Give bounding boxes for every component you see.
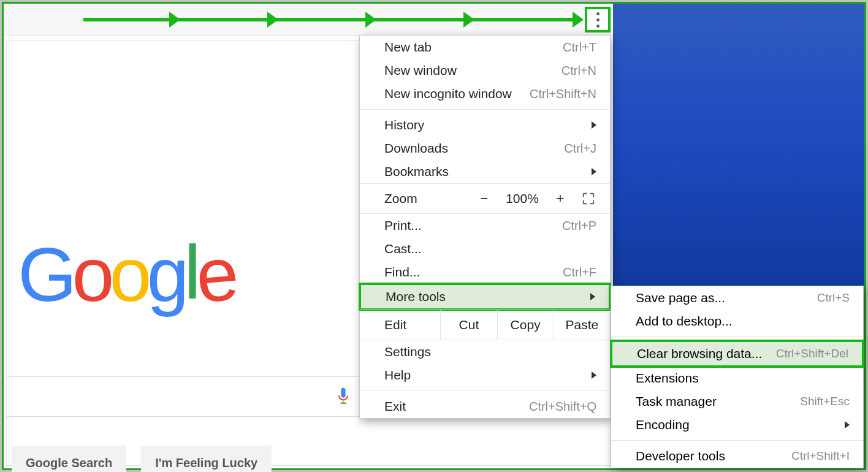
menu-separator [611, 440, 863, 441]
annotation-arrow [83, 18, 576, 21]
menu-bookmarks[interactable]: Bookmarks [360, 160, 610, 183]
menu-item-label: Cast... [384, 242, 422, 256]
menu-item-label: More tools [386, 289, 446, 304]
submenu-caret-icon [592, 168, 596, 175]
menu-zoom-row: Zoom − 100% + [360, 183, 610, 214]
submenu-caret-icon [592, 371, 596, 379]
menu-item-label: Add to desktop... [636, 314, 733, 329]
menu-item-label: Settings [384, 344, 431, 359]
menu-item-shortcut: Ctrl+N [562, 64, 596, 78]
browser-toolbar [4, 4, 613, 36]
kebab-dot-icon [596, 12, 600, 15]
svg-rect-0 [341, 388, 345, 398]
google-search-button[interactable]: Google Search [12, 446, 126, 472]
edit-paste-button[interactable]: Paste [554, 310, 610, 340]
menu-new-window[interactable]: New window Ctrl+N [360, 59, 610, 82]
submenu-save-page[interactable]: Save page as... Ctrl+S [611, 286, 863, 310]
edit-copy-button[interactable]: Copy [497, 310, 554, 340]
menu-more-tools[interactable]: More tools [359, 283, 611, 311]
menu-help[interactable]: Help [360, 364, 610, 387]
menu-separator [611, 337, 863, 337]
menu-item-label: Save page as... [636, 291, 725, 305]
menu-item-label: Extensions [636, 371, 699, 386]
arrow-head-icon [365, 12, 376, 28]
kebab-dot-icon [596, 18, 600, 21]
menu-history[interactable]: History [360, 113, 610, 137]
menu-item-label: Clear browsing data... [637, 346, 762, 361]
submenu-caret-icon [590, 293, 595, 300]
zoom-out-button[interactable]: − [470, 191, 498, 207]
menu-settings[interactable]: Settings [360, 340, 610, 364]
submenu-encoding[interactable]: Encoding [611, 413, 863, 436]
chrome-main-menu: New tab Ctrl+T New window Ctrl+N New inc… [359, 35, 611, 419]
menu-item-label: New incognito window [384, 86, 512, 101]
zoom-in-button[interactable]: + [546, 191, 574, 207]
fullscreen-icon [582, 192, 595, 205]
google-logo: Google [18, 231, 234, 318]
menu-item-shortcut: Ctrl+Shift+Del [776, 347, 848, 360]
menu-item-shortcut: Ctrl+Shift+N [530, 87, 596, 101]
edit-cut-button[interactable]: Cut [440, 310, 497, 340]
fullscreen-button[interactable] [574, 192, 603, 205]
menu-new-incognito[interactable]: New incognito window Ctrl+Shift+N [360, 82, 610, 105]
menu-print[interactable]: Print... Ctrl+P [360, 214, 610, 237]
menu-item-label: Help [384, 368, 411, 383]
submenu-task-manager[interactable]: Task manager Shift+Esc [611, 390, 863, 413]
submenu-caret-icon [592, 121, 596, 129]
submenu-caret-icon [845, 421, 850, 428]
menu-item-label: Developer tools [636, 449, 725, 463]
tutorial-frame: Google Google Search I'm Feeling Lucky [2, 2, 866, 470]
search-box[interactable] [7, 376, 359, 417]
menu-item-shortcut: Ctrl+F [563, 265, 596, 280]
menu-item-shortcut: Ctrl+S [817, 291, 850, 305]
menu-item-label: Bookmarks [384, 164, 449, 179]
menu-item-shortcut: Ctrl+P [562, 219, 596, 233]
menu-new-tab[interactable]: New tab Ctrl+T [360, 36, 610, 59]
menu-exit[interactable]: Exit Ctrl+Shift+Q [360, 395, 610, 418]
menu-cast[interactable]: Cast... [360, 237, 610, 261]
menu-item-shortcut: Ctrl+T [563, 40, 596, 55]
more-tools-submenu: Save page as... Ctrl+S Add to desktop...… [611, 286, 864, 468]
search-input[interactable] [15, 377, 330, 416]
arrow-head-icon [169, 12, 180, 28]
voice-search-icon[interactable] [337, 387, 350, 406]
feeling-lucky-button[interactable]: I'm Feeling Lucky [141, 446, 272, 472]
edit-label: Edit [360, 310, 440, 340]
menu-item-label: New tab [384, 40, 432, 55]
menu-item-label: Encoding [636, 417, 690, 432]
menu-item-shortcut: Shift+Esc [800, 395, 850, 408]
zoom-value: 100% [498, 191, 546, 206]
menu-item-shortcut: Ctrl+J [564, 142, 596, 156]
menu-downloads[interactable]: Downloads Ctrl+J [360, 137, 610, 160]
menu-separator [360, 109, 610, 110]
submenu-clear-browsing-data[interactable]: Clear browsing data... Ctrl+Shift+Del [610, 340, 864, 368]
submenu-developer-tools[interactable]: Developer tools Ctrl+Shift+I [611, 444, 863, 468]
arrow-head-icon [463, 12, 474, 28]
menu-item-label: History [384, 118, 424, 132]
menu-item-label: Downloads [384, 141, 448, 156]
menu-item-label: Exit [384, 399, 406, 414]
submenu-extensions[interactable]: Extensions [611, 367, 863, 390]
menu-item-shortcut: Ctrl+Shift+I [791, 449, 850, 463]
arrow-head-icon [267, 12, 278, 28]
menu-item-label: Find... [384, 265, 420, 280]
menu-find[interactable]: Find... Ctrl+F [360, 261, 610, 284]
menu-item-label: New window [384, 63, 457, 78]
menu-item-label: Print... [384, 218, 422, 233]
menu-item-label: Task manager [636, 394, 717, 409]
chrome-menu-button[interactable] [585, 7, 611, 32]
zoom-label: Zoom [384, 191, 470, 206]
menu-separator [360, 390, 610, 391]
submenu-add-to-desktop[interactable]: Add to desktop... [611, 310, 863, 333]
menu-item-shortcut: Ctrl+Shift+Q [529, 400, 596, 414]
menu-edit-row: Edit Cut Copy Paste [360, 310, 610, 340]
search-buttons: Google Search I'm Feeling Lucky [12, 446, 272, 472]
kebab-dot-icon [596, 25, 600, 28]
